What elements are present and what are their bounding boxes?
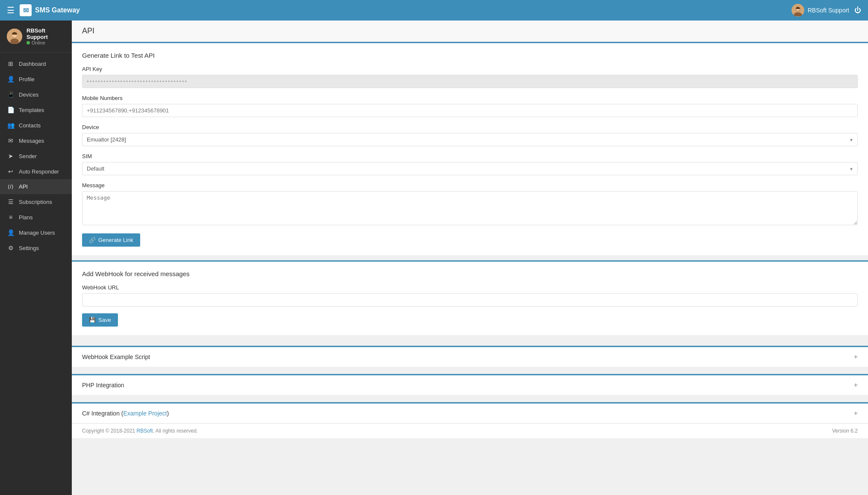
sidebar-user-info: RBSoft Support Online xyxy=(26,27,65,45)
php-integration-collapsible: PHP Integration + xyxy=(72,374,868,395)
topnav-right: RBSoft Support ⏻ xyxy=(791,4,861,17)
device-select-wrapper: Emualtor [2428] xyxy=(82,133,858,146)
sidebar-user: RBSoft Support Online xyxy=(0,21,72,53)
footer-copyright: Copyright © 2018-2021 RBSoft. All rights… xyxy=(82,428,198,434)
sidebar: RBSoft Support Online ⊞ Dashboard 👤 Prof… xyxy=(0,21,72,495)
message-textarea[interactable] xyxy=(82,191,858,225)
sim-group: SIM Default xyxy=(82,153,858,175)
sidebar-item-settings[interactable]: ⚙ Settings xyxy=(0,240,72,256)
generate-link-button-label: Generate Link xyxy=(98,237,133,243)
status-dot xyxy=(26,41,30,44)
sidebar-item-plans[interactable]: ≡ Plans xyxy=(0,209,72,225)
topnav-left: ☰ ✉ SMS Gateway xyxy=(7,4,80,16)
csharp-integration-header[interactable]: C# Integration (Example Project) + xyxy=(72,402,868,423)
sidebar-item-subscriptions[interactable]: ☰ Subscriptions xyxy=(0,194,72,209)
sim-select[interactable]: Default xyxy=(82,162,858,175)
save-button-label: Save xyxy=(98,317,111,323)
footer-version: Version 6.2 xyxy=(832,428,858,434)
sidebar-item-manage-users[interactable]: 👤 Manage Users xyxy=(0,225,72,240)
example-project-link[interactable]: Example Project xyxy=(124,410,167,417)
api-key-input[interactable] xyxy=(82,75,858,88)
sidebar-item-label: Auto Responder xyxy=(19,168,59,175)
webhook-url-input[interactable] xyxy=(82,293,858,306)
sidebar-item-contacts[interactable]: 👥 Contacts xyxy=(0,118,72,133)
php-integration-expand-icon: + xyxy=(854,381,858,389)
brand-icon: ✉ xyxy=(20,4,32,16)
generate-link-title: Generate Link to Test API xyxy=(82,52,858,59)
webhook-example-collapsible: WebHook Example Script + xyxy=(72,345,868,367)
sidebar-item-sender[interactable]: ➤ Sender xyxy=(0,148,72,164)
status-text: Online xyxy=(32,40,45,45)
sidebar-item-dashboard[interactable]: ⊞ Dashboard xyxy=(0,56,72,71)
logout-icon[interactable]: ⏻ xyxy=(854,6,861,14)
webhook-title: Add WebHook for received messages xyxy=(82,270,858,277)
sidebar-item-label: Contacts xyxy=(19,122,41,129)
webhook-url-label: WebHook URL xyxy=(82,284,858,291)
plans-icon: ≡ xyxy=(7,214,15,221)
save-button[interactable]: 💾 Save xyxy=(82,313,118,327)
php-integration-label: PHP Integration xyxy=(82,382,124,389)
sidebar-nav: ⊞ Dashboard 👤 Profile 📱 Devices 📄 Templa… xyxy=(0,53,72,495)
sidebar-item-label: Devices xyxy=(19,91,38,98)
subscriptions-icon: ☰ xyxy=(7,198,15,205)
topnav-user[interactable]: RBSoft Support xyxy=(791,4,849,17)
sidebar-item-label: Templates xyxy=(19,107,44,113)
top-navigation: ☰ ✉ SMS Gateway RBSoft Support ⏻ xyxy=(0,0,868,21)
topnav-username: RBSoft Support xyxy=(808,7,849,14)
sidebar-item-label: Settings xyxy=(19,245,39,251)
php-integration-header[interactable]: PHP Integration + xyxy=(72,374,868,395)
footer-brand: RBSoft xyxy=(137,428,153,434)
webhook-example-label: WebHook Example Script xyxy=(82,354,150,360)
sidebar-item-auto-responder[interactable]: ↩ Auto Responder xyxy=(0,164,72,179)
sidebar-item-label: Dashboard xyxy=(19,61,46,67)
device-select[interactable]: Emualtor [2428] xyxy=(82,133,858,146)
sidebar-item-label: Sender xyxy=(19,153,37,159)
sidebar-item-messages[interactable]: ✉ Messages xyxy=(0,133,72,148)
sidebar-item-label: Manage Users xyxy=(19,230,55,236)
contacts-icon: 👥 xyxy=(7,122,15,129)
webhook-card: Add WebHook for received messages WebHoo… xyxy=(72,260,868,335)
message-label: Message xyxy=(82,182,858,189)
sim-select-wrapper: Default xyxy=(82,162,858,175)
settings-icon: ⚙ xyxy=(7,245,15,251)
sidebar-item-label: Profile xyxy=(19,76,35,82)
csharp-integration-collapsible: C# Integration (Example Project) + xyxy=(72,402,868,423)
topnav-avatar xyxy=(791,4,804,17)
hamburger-menu[interactable]: ☰ xyxy=(7,5,15,15)
api-icon: ⟨/⟩ xyxy=(7,184,15,190)
sidebar-item-label: API xyxy=(19,183,28,190)
app-brand: ✉ SMS Gateway xyxy=(20,4,80,16)
app-name: SMS Gateway xyxy=(35,6,80,14)
webhook-url-group: WebHook URL xyxy=(82,284,858,306)
mobile-numbers-group: Mobile Numbers xyxy=(82,95,858,117)
message-group: Message xyxy=(82,182,858,227)
page-header: API xyxy=(72,21,868,42)
templates-icon: 📄 xyxy=(7,106,15,113)
messages-icon: ✉ xyxy=(7,137,15,144)
link-icon: 🔗 xyxy=(89,237,96,243)
sim-label: SIM xyxy=(82,153,858,159)
sidebar-item-devices[interactable]: 📱 Devices xyxy=(0,87,72,102)
dashboard-icon: ⊞ xyxy=(7,60,15,67)
sidebar-item-api[interactable]: ⟨/⟩ API xyxy=(0,179,72,194)
sidebar-avatar xyxy=(7,29,22,44)
auto-responder-icon: ↩ xyxy=(7,168,15,175)
sidebar-item-templates[interactable]: 📄 Templates xyxy=(0,102,72,118)
footer: Copyright © 2018-2021 RBSoft. All rights… xyxy=(72,423,868,438)
webhook-example-expand-icon: + xyxy=(854,353,858,361)
sender-icon: ➤ xyxy=(7,153,15,159)
webhook-example-header[interactable]: WebHook Example Script + xyxy=(72,346,868,367)
device-label: Device xyxy=(82,124,858,130)
sidebar-item-label: Plans xyxy=(19,214,33,221)
main-content: API Generate Link to Test API API Key Mo… xyxy=(72,21,868,495)
generate-link-card: Generate Link to Test API API Key Mobile… xyxy=(72,42,868,255)
generate-link-button[interactable]: 🔗 Generate Link xyxy=(82,233,140,247)
csharp-integration-expand-icon: + xyxy=(854,410,858,417)
mobile-numbers-input[interactable] xyxy=(82,104,858,117)
devices-icon: 📱 xyxy=(7,91,15,98)
sidebar-item-label: Subscriptions xyxy=(19,199,52,205)
api-key-group: API Key xyxy=(82,66,858,88)
sidebar-item-profile[interactable]: 👤 Profile xyxy=(0,71,72,87)
manage-users-icon: 👤 xyxy=(7,229,15,236)
page-title: API xyxy=(82,27,858,35)
